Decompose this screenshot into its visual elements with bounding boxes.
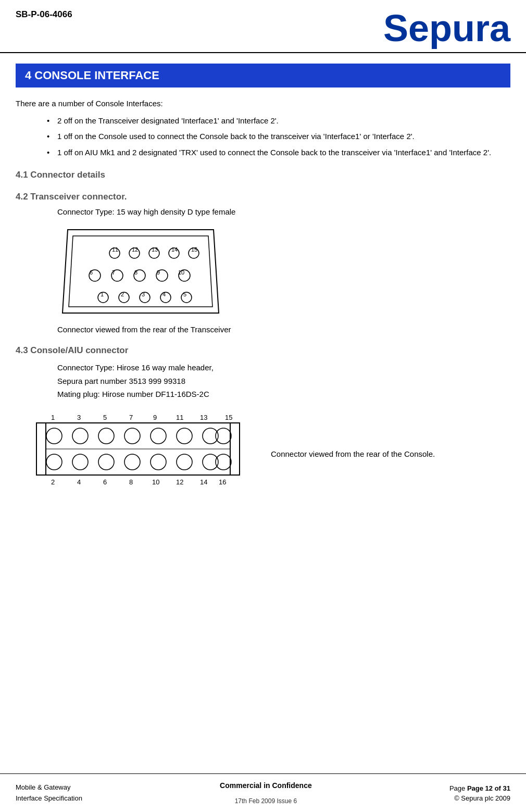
aiu-connector-info: Connector Type: Hirose 16 way male heade…	[57, 361, 510, 401]
svg-text:16: 16	[219, 478, 226, 486]
transceiver-connector-diagram: 11 12 13 14 15 6 7	[57, 224, 510, 320]
svg-rect-41	[36, 423, 46, 475]
svg-point-53	[72, 454, 88, 470]
aiu-connector-row: 1 3 5 7 9 11 13 15	[31, 411, 510, 496]
svg-text:4: 4	[162, 291, 166, 297]
main-content: There are a number of Console Interfaces…	[0, 98, 526, 638]
svg-point-48	[151, 428, 166, 444]
aiu-connector-type: Connector Type: Hirose 16 way male heade…	[57, 361, 510, 374]
intro-text: There are a number of Console Interfaces…	[16, 98, 510, 110]
transceiver-connector-svg: 11 12 13 14 15 6 7	[57, 224, 224, 318]
svg-point-46	[98, 428, 114, 444]
svg-text:11: 11	[176, 414, 183, 421]
footer-page: Page Page 12 of 31	[449, 784, 510, 792]
svg-rect-42	[230, 423, 240, 475]
svg-point-44	[46, 428, 62, 444]
svg-point-54	[98, 454, 114, 470]
doc-number: SB-P-06-4066	[16, 9, 72, 20]
page-footer: Mobile & Gateway Interface Specification…	[0, 773, 526, 812]
brand-name: Sepura	[383, 9, 510, 47]
svg-text:2: 2	[51, 478, 55, 486]
footer-commercial: Commercial in Confidence	[220, 781, 312, 790]
svg-point-56	[151, 454, 166, 470]
subsection-4-2: 4.2 Transceiver connector.	[16, 192, 510, 202]
svg-text:9: 9	[157, 269, 160, 276]
aiu-connector-diagram: 1 3 5 7 9 11 13 15	[31, 411, 250, 496]
footer-left-line1: Mobile & Gateway	[16, 782, 82, 793]
bullet-list: 2 off on the Transceiver designated 'Int…	[47, 115, 510, 159]
svg-text:10: 10	[152, 478, 159, 486]
aiu-connector-note: Connector viewed from the rear of the Co…	[271, 449, 435, 458]
footer-date: 17th Feb 2009 Issue 6	[220, 797, 312, 805]
svg-text:8: 8	[134, 269, 137, 276]
subsection-4-1: 4.1 Connector details	[16, 170, 510, 180]
page-container: SB-P-06-4066 Sepura 4 CONSOLE INTERFACE …	[0, 0, 526, 812]
svg-text:12: 12	[132, 246, 138, 253]
aiu-connector-svg: 1 3 5 7 9 11 13 15	[31, 411, 250, 495]
bullet-item-2: 1 off on the Console used to connect the…	[47, 131, 510, 143]
svg-point-52	[46, 454, 62, 470]
svg-point-47	[124, 428, 140, 444]
transceiver-connector-type: Connector Type: 15 way high density D ty…	[57, 207, 510, 216]
bullet-item-1: 2 off on the Transceiver designated 'Int…	[47, 115, 510, 127]
svg-point-55	[124, 454, 140, 470]
bullet-item-3: 1 off on AIU Mk1 and 2 designated 'TRX' …	[47, 147, 510, 159]
svg-text:1: 1	[51, 414, 55, 421]
svg-text:15: 15	[191, 246, 197, 253]
footer-center: Commercial in Confidence 17th Feb 2009 I…	[220, 781, 312, 805]
svg-text:15: 15	[225, 414, 232, 421]
svg-text:13: 13	[200, 414, 207, 421]
svg-text:6: 6	[90, 269, 93, 276]
svg-text:3: 3	[142, 291, 145, 297]
aiu-part-number: Sepura part number 3513 999 99318	[57, 374, 510, 388]
svg-point-57	[177, 454, 192, 470]
svg-point-45	[72, 428, 88, 444]
svg-text:8: 8	[129, 478, 133, 486]
svg-text:7: 7	[112, 269, 115, 276]
svg-text:13: 13	[152, 246, 158, 253]
footer-copyright: © Sepura plc 2009	[449, 794, 510, 802]
svg-text:6: 6	[103, 478, 107, 486]
svg-text:3: 3	[77, 414, 81, 421]
footer-left: Mobile & Gateway Interface Specification	[16, 782, 82, 804]
footer-left-line2: Interface Specification	[16, 793, 82, 804]
svg-text:10: 10	[178, 269, 184, 276]
subsection-4-3: 4.3 Console/AIU connector	[16, 345, 510, 356]
svg-point-49	[177, 428, 192, 444]
svg-text:12: 12	[176, 478, 183, 486]
svg-text:2: 2	[121, 291, 124, 297]
svg-text:1: 1	[101, 291, 104, 297]
svg-text:11: 11	[112, 246, 118, 253]
transceiver-connector-note: Connector viewed from the rear of the Tr…	[57, 325, 510, 334]
aiu-mating-plug: Mating plug: Hirose number DF11-16DS-2C	[57, 388, 510, 401]
svg-text:5: 5	[183, 291, 186, 297]
footer-right: Page Page 12 of 31 © Sepura plc 2009	[449, 784, 510, 802]
svg-text:5: 5	[103, 414, 107, 421]
svg-text:14: 14	[200, 478, 207, 486]
svg-text:14: 14	[171, 246, 178, 253]
svg-text:4: 4	[77, 478, 81, 486]
section-heading: 4 CONSOLE INTERFACE	[16, 64, 510, 88]
svg-text:9: 9	[153, 414, 157, 421]
svg-text:7: 7	[129, 414, 133, 421]
page-header: SB-P-06-4066 Sepura	[0, 0, 526, 53]
